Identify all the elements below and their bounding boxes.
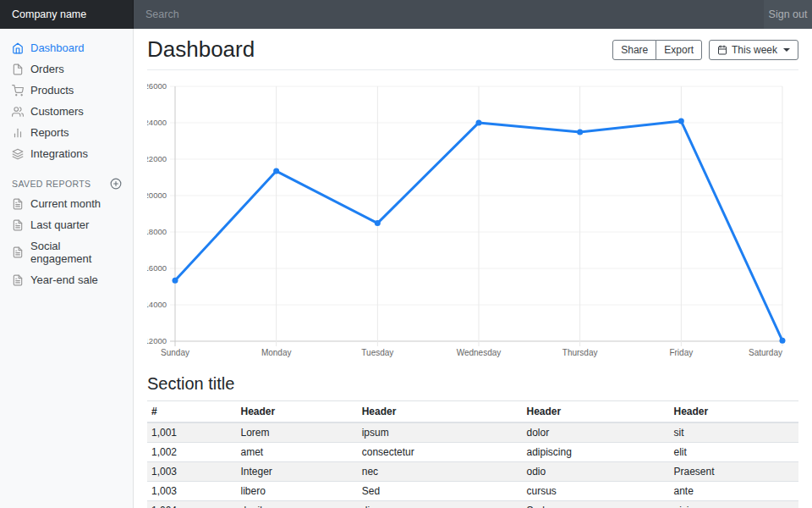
svg-text:Friday: Friday bbox=[669, 348, 693, 357]
share-export-group: Share Export bbox=[612, 40, 702, 60]
table-cell: sit bbox=[670, 422, 798, 443]
table-column-header: Header bbox=[236, 401, 357, 423]
saved-reports-label: Saved reports bbox=[12, 179, 91, 189]
svg-text:14000: 14000 bbox=[147, 300, 167, 309]
svg-text:20000: 20000 bbox=[147, 190, 167, 200]
table-cell: diam bbox=[358, 501, 523, 508]
table-cell: Praesent bbox=[670, 462, 798, 482]
table-body: 1,001Loremipsumdolorsit1,002ametconsecte… bbox=[147, 422, 798, 508]
sidebar-item-label: Customers bbox=[30, 105, 84, 118]
home-icon bbox=[12, 42, 24, 54]
sidebar-nav: DashboardOrdersProductsCustomersReportsI… bbox=[0, 37, 134, 164]
table-cell: odio bbox=[523, 462, 670, 482]
svg-text:26000: 26000 bbox=[147, 81, 167, 91]
table-cell: adipiscing bbox=[523, 443, 670, 462]
table-cell: consectetur bbox=[358, 443, 523, 462]
sidebar-item-customers[interactable]: Customers bbox=[0, 101, 134, 122]
svg-text:18000: 18000 bbox=[147, 227, 167, 236]
sign-out-link[interactable]: Sign out bbox=[764, 0, 812, 29]
plus-circle-icon[interactable] bbox=[110, 178, 122, 190]
brand[interactable]: Company name bbox=[0, 0, 134, 29]
sidebar-item-label: Dashboard bbox=[30, 41, 85, 54]
sidebar-item-label: Orders bbox=[30, 63, 64, 75]
table-cell: dolor bbox=[523, 422, 670, 443]
table-column-header: # bbox=[147, 401, 236, 423]
table-cell: 1,003 bbox=[147, 482, 236, 501]
sidebar-item-label: Reports bbox=[30, 126, 69, 139]
saved-report-year-end-sale[interactable]: Year-end sale bbox=[0, 269, 134, 290]
file-text-icon bbox=[12, 219, 24, 231]
share-button[interactable]: Share bbox=[612, 40, 656, 60]
table-cell: ante bbox=[670, 482, 798, 501]
table-cell: libero bbox=[236, 482, 357, 501]
table-cell: ipsum bbox=[358, 422, 523, 443]
saved-reports-nav: Current monthLast quarterSocial engageme… bbox=[0, 193, 134, 290]
table-cell: dapibus bbox=[236, 501, 357, 508]
saved-report-label: Social engagement bbox=[30, 240, 122, 265]
search-input[interactable] bbox=[134, 0, 764, 29]
file-text-icon bbox=[12, 198, 24, 210]
svg-text:Thursday: Thursday bbox=[562, 348, 598, 357]
svg-text:Monday: Monday bbox=[261, 348, 292, 357]
sidebar-item-dashboard[interactable]: Dashboard bbox=[0, 37, 134, 58]
page-title: Dashboard bbox=[147, 36, 255, 63]
table-row: 1,001Loremipsumdolorsit bbox=[147, 422, 798, 443]
saved-report-current-month[interactable]: Current month bbox=[0, 193, 134, 214]
caret-down-icon bbox=[783, 48, 790, 52]
table-column-header: Header bbox=[523, 401, 670, 423]
table-cell: Integer bbox=[236, 462, 357, 482]
table-cell: Sed bbox=[358, 482, 523, 501]
main-content: Dashboard Share Export This week 1200014… bbox=[134, 0, 812, 508]
table-row: 1,004dapibusdiamSednisi bbox=[147, 501, 798, 508]
table-cell: nec bbox=[358, 462, 523, 482]
file-icon bbox=[12, 64, 24, 75]
table-cell: 1,003 bbox=[147, 462, 236, 482]
table-cell: elit bbox=[670, 443, 798, 462]
table-cell: 1,002 bbox=[147, 443, 236, 462]
week-dropdown-button[interactable]: This week bbox=[709, 40, 798, 60]
toolbar: Share Export This week bbox=[612, 40, 798, 60]
svg-text:16000: 16000 bbox=[147, 263, 167, 273]
layers-icon bbox=[12, 148, 24, 160]
sidebar-item-integrations[interactable]: Integrations bbox=[0, 143, 134, 164]
sidebar-item-products[interactable]: Products bbox=[0, 80, 134, 101]
sidebar-item-label: Integrations bbox=[30, 147, 88, 160]
search-container bbox=[134, 0, 764, 29]
sidebar-item-reports[interactable]: Reports bbox=[0, 122, 134, 143]
svg-text:Wednesday: Wednesday bbox=[457, 348, 502, 357]
shopping-cart-icon bbox=[12, 85, 24, 97]
saved-report-social-engagement[interactable]: Social engagement bbox=[0, 235, 134, 269]
saved-report-last-quarter[interactable]: Last quarter bbox=[0, 214, 134, 235]
saved-report-label: Current month bbox=[30, 197, 101, 210]
line-chart-svg: 1200014000160001800020000220002400026000… bbox=[147, 80, 798, 361]
export-button[interactable]: Export bbox=[656, 40, 702, 60]
table-column-header: Header bbox=[670, 401, 798, 423]
saved-report-label: Last quarter bbox=[30, 218, 89, 231]
sales-line-chart: 1200014000160001800020000220002400026000… bbox=[147, 80, 798, 361]
users-icon bbox=[12, 106, 24, 118]
table-column-header: Header bbox=[358, 401, 523, 423]
saved-report-label: Year-end sale bbox=[30, 273, 98, 286]
file-text-icon bbox=[12, 274, 24, 286]
table-cell: amet bbox=[236, 443, 357, 462]
table-row: 1,003liberoSedcursusante bbox=[147, 482, 798, 501]
section-title: Section title bbox=[147, 374, 798, 394]
table-row: 1,002ametconsecteturadipiscingelit bbox=[147, 443, 798, 462]
sidebar-item-orders[interactable]: Orders bbox=[0, 58, 134, 80]
table-cell: Sed bbox=[523, 501, 670, 508]
svg-text:Sunday: Sunday bbox=[161, 348, 189, 357]
sidebar: DashboardOrdersProductsCustomersReportsI… bbox=[0, 29, 134, 508]
table-cell: Lorem bbox=[236, 422, 357, 443]
table-header-row: #HeaderHeaderHeaderHeader bbox=[147, 401, 798, 423]
sidebar-item-label: Products bbox=[30, 84, 74, 97]
week-dropdown-label: This week bbox=[732, 43, 777, 57]
svg-text:12000: 12000 bbox=[147, 336, 167, 345]
table-cell: 1,004 bbox=[147, 501, 236, 508]
svg-text:Saturday: Saturday bbox=[749, 348, 782, 357]
page-header: Dashboard Share Export This week bbox=[147, 29, 798, 70]
table-row: 1,003IntegernecodioPraesent bbox=[147, 462, 798, 482]
bar-chart-icon bbox=[12, 127, 24, 139]
svg-text:Tuesday: Tuesday bbox=[361, 348, 393, 357]
top-navbar: Company name Sign out bbox=[0, 0, 812, 29]
table-cell: cursus bbox=[523, 482, 670, 501]
